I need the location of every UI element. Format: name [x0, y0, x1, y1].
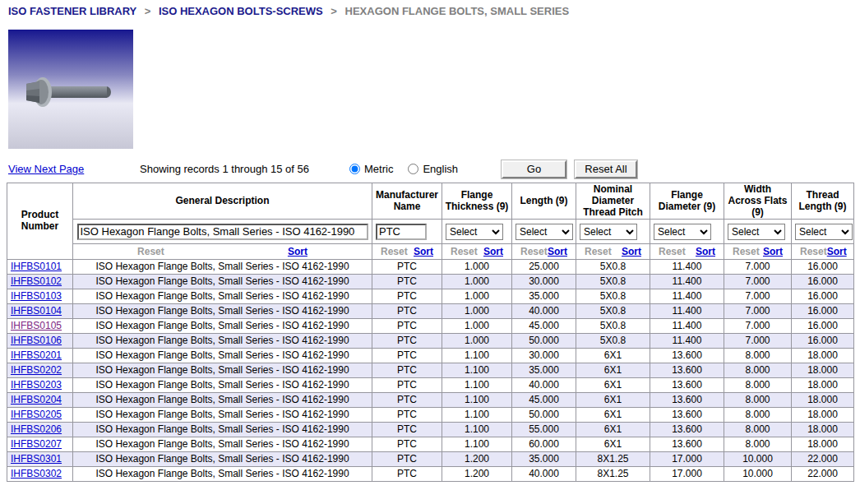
- description-filter-input[interactable]: [77, 224, 368, 240]
- thread-pitch-cell: 5X0.8: [576, 304, 650, 319]
- product-number-link[interactable]: IHFBS0302: [11, 468, 62, 479]
- breadcrumb-link-iso-fastener-library[interactable]: ISO FASTENER LIBRARY: [8, 5, 136, 17]
- table-row: IHFBS0104ISO Hexagon Flange Bolts, Small…: [7, 304, 854, 319]
- reset-all-button[interactable]: Reset All: [575, 160, 637, 178]
- thread-length-cell: 16.000: [792, 319, 854, 334]
- reset-link-thread-pitch[interactable]: Reset: [585, 246, 612, 257]
- metric-radio[interactable]: [349, 164, 360, 174]
- breadcrumb-separator: >: [331, 5, 337, 17]
- metric-radio-label: Metric: [364, 163, 393, 175]
- sort-link-manufacturer[interactable]: Sort: [414, 246, 433, 257]
- view-next-page-link[interactable]: View Next Page: [8, 163, 84, 175]
- breadcrumb-link-iso-hexagon-bolts-screws[interactable]: ISO HEXAGON BOLTS-SCREWS: [159, 5, 323, 17]
- product-number-link[interactable]: IHFBS0102: [11, 275, 62, 287]
- thread-length-cell: 18.000: [792, 393, 854, 408]
- product-number-link[interactable]: IHFBS0301: [11, 453, 62, 465]
- flange-thickness-filter-select[interactable]: Select: [446, 224, 503, 240]
- sort-link-thread-length[interactable]: Sort: [827, 246, 847, 257]
- thread-length-cell: 16.000: [792, 260, 854, 275]
- product-number-link[interactable]: IHFBS0201: [11, 349, 62, 361]
- product-number-link[interactable]: IHFBS0203: [11, 379, 62, 391]
- width-across-flats-cell: 7.000: [724, 260, 792, 275]
- product-number-cell: IHFBS0205: [7, 408, 73, 423]
- product-number-cell: IHFBS0201: [7, 349, 73, 363]
- table-row: IHFBS0101ISO Hexagon Flange Bolts, Small…: [7, 260, 854, 275]
- controls-bar: View Next Page Showing records 1 through…: [8, 160, 860, 178]
- flange-thickness-cell: 1.100: [442, 408, 512, 423]
- manufacturer-cell: PTC: [372, 304, 442, 319]
- sort-link-flange-diameter[interactable]: Sort: [696, 246, 715, 257]
- flange-diameter-cell: 13.600: [650, 393, 724, 408]
- product-number-link[interactable]: IHFBS0104: [11, 305, 62, 317]
- units-radio-group: Metric English: [349, 163, 502, 175]
- product-number-link[interactable]: IHFBS0101: [11, 261, 62, 272]
- manufacturer-cell: PTC: [372, 378, 442, 393]
- table-row: IHFBS0106ISO Hexagon Flange Bolts, Small…: [7, 334, 854, 349]
- product-number-link[interactable]: IHFBS0206: [11, 423, 62, 435]
- table-row: IHFBS0301ISO Hexagon Flange Bolts, Small…: [7, 452, 854, 467]
- metric-radio-option[interactable]: Metric: [349, 163, 393, 175]
- reset-link-length[interactable]: Reset: [520, 246, 548, 257]
- english-radio-option[interactable]: English: [408, 163, 458, 175]
- description-cell: ISO Hexagon Flange Bolts, Small Series -…: [73, 378, 372, 393]
- manufacturer-filter-input[interactable]: [376, 224, 427, 240]
- reset-link-thread-length[interactable]: Reset: [800, 246, 827, 257]
- description-cell: ISO Hexagon Flange Bolts, Small Series -…: [73, 289, 372, 304]
- flange-diameter-filter-select[interactable]: Select: [654, 224, 711, 240]
- flange-diameter-cell: 11.400: [650, 289, 724, 304]
- product-number-link[interactable]: IHFBS0105: [11, 320, 62, 331]
- reset-link-flange-thickness[interactable]: Reset: [451, 246, 478, 257]
- reset-link-width-across-flats[interactable]: Reset: [733, 246, 760, 257]
- flange-diameter-cell: 13.600: [650, 349, 724, 363]
- width-across-flats-cell: 7.000: [724, 334, 792, 349]
- english-radio[interactable]: [408, 164, 418, 174]
- col-header-manufacturer-name: Manufacturer Name: [372, 183, 442, 220]
- thread-length-cell: 18.000: [792, 423, 854, 437]
- breadcrumb-separator: >: [145, 5, 151, 17]
- reset-link-manufacturer[interactable]: Reset: [381, 246, 408, 257]
- manufacturer-cell: PTC: [372, 319, 442, 334]
- thread-length-cell: 16.000: [792, 289, 854, 304]
- length-cell: 50.000: [512, 408, 576, 423]
- manufacturer-cell: PTC: [372, 349, 442, 363]
- reset-link-description[interactable]: Reset: [137, 246, 164, 257]
- thread-length-filter-select[interactable]: Select: [795, 224, 853, 240]
- width-across-flats-cell: 10.000: [724, 467, 792, 482]
- thread-length-cell: 16.000: [792, 334, 854, 349]
- product-number-cell: IHFBS0206: [7, 423, 73, 437]
- manufacturer-cell: PTC: [372, 408, 442, 423]
- width-across-flats-filter-select[interactable]: Select: [728, 224, 785, 240]
- sort-link-flange-thickness[interactable]: Sort: [483, 246, 503, 257]
- flange-thickness-cell: 1.200: [442, 452, 512, 467]
- product-number-cell: IHFBS0102: [7, 275, 73, 289]
- product-number-link[interactable]: IHFBS0205: [11, 409, 62, 420]
- product-number-link[interactable]: IHFBS0202: [11, 364, 62, 376]
- product-number-link[interactable]: IHFBS0103: [11, 290, 62, 302]
- sort-link-length[interactable]: Sort: [548, 246, 567, 257]
- product-number-link[interactable]: IHFBS0204: [11, 394, 62, 405]
- thread-pitch-filter-select[interactable]: Select: [580, 224, 637, 240]
- width-across-flats-cell: 8.000: [724, 393, 792, 408]
- product-number-cell: IHFBS0204: [7, 393, 73, 408]
- width-across-flats-cell: 8.000: [724, 423, 792, 437]
- thread-pitch-cell: 6X1: [576, 408, 650, 423]
- product-number-link[interactable]: IHFBS0207: [11, 438, 62, 450]
- length-filter-select[interactable]: Select: [516, 224, 573, 240]
- manufacturer-cell: PTC: [372, 334, 442, 349]
- length-cell: 30.000: [512, 275, 576, 289]
- thread-pitch-cell: 6X1: [576, 363, 650, 378]
- filter-row: Select Select Select Select Select Selec…: [7, 220, 854, 244]
- manufacturer-cell: PTC: [372, 289, 442, 304]
- product-number-cell: IHFBS0101: [7, 260, 73, 275]
- header-row: Product Number General Description Manuf…: [7, 183, 854, 220]
- go-button[interactable]: Go: [502, 160, 566, 178]
- manufacturer-cell: PTC: [372, 423, 442, 437]
- sort-link-width-across-flats[interactable]: Sort: [763, 246, 783, 257]
- flange-thickness-cell: 1.100: [442, 378, 512, 393]
- reset-link-flange-diameter[interactable]: Reset: [659, 246, 686, 257]
- sort-link-thread-pitch[interactable]: Sort: [622, 246, 641, 257]
- width-across-flats-cell: 10.000: [724, 452, 792, 467]
- sort-link-description[interactable]: Sort: [288, 246, 307, 257]
- table-row: IHFBS0105ISO Hexagon Flange Bolts, Small…: [7, 319, 854, 334]
- product-number-link[interactable]: IHFBS0106: [11, 335, 62, 346]
